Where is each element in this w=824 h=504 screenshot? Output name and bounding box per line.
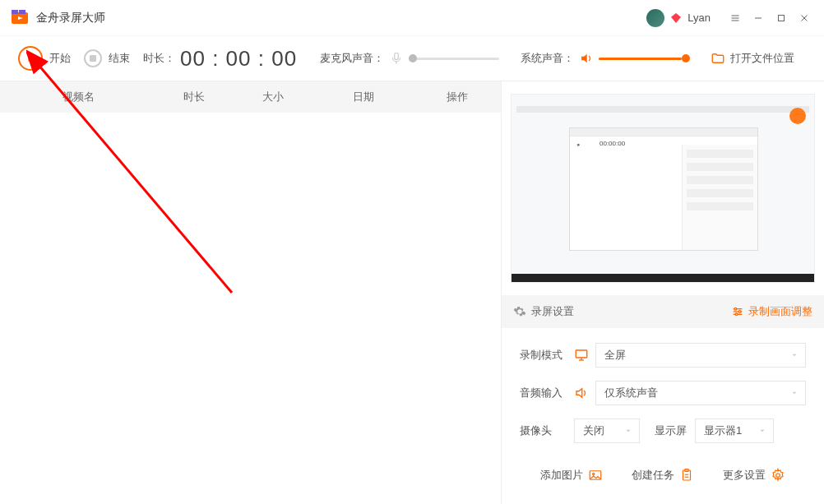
svg-rect-2: [19, 10, 25, 14]
svg-marker-26: [576, 389, 582, 398]
more-settings-label: 更多设置: [723, 468, 766, 483]
mode-label: 录制模式: [520, 348, 574, 363]
create-task-button[interactable]: 创建任务: [632, 468, 694, 483]
settings-title: 录屏设置: [531, 304, 574, 319]
chevron-down-icon: [624, 427, 632, 435]
camera-select[interactable]: 关闭: [574, 418, 640, 443]
sliders-icon: [731, 305, 744, 318]
camera-value: 关闭: [583, 423, 604, 438]
chevron-down-icon: [790, 351, 799, 359]
settings-bar: 录屏设置 录制画面调整: [502, 295, 824, 328]
gear-icon: [513, 305, 526, 318]
th-size: 大小: [232, 90, 314, 104]
content-area: 视频名 时长 大小 日期 操作 ● 00:00:00: [0, 81, 824, 504]
monitor-value: 显示器1: [704, 423, 742, 438]
svg-point-31: [593, 473, 595, 474]
monitor-select[interactable]: 显示器1: [695, 418, 774, 443]
svg-marker-25: [793, 354, 797, 357]
minimize-button[interactable]: [747, 7, 770, 30]
bottom-actions: 添加图片 创建任务 更多设置: [520, 456, 806, 483]
clipboard-icon: [679, 468, 694, 483]
open-folder-link[interactable]: 打开文件位置: [730, 51, 794, 66]
adjust-recording-link[interactable]: 录制画面调整: [731, 304, 812, 319]
svg-marker-15: [581, 54, 587, 63]
svg-marker-29: [761, 430, 765, 432]
stop-label: 结束: [109, 51, 130, 66]
right-pane: ● 00:00:00 录屏设置: [502, 81, 824, 504]
svg-point-20: [738, 311, 741, 313]
svg-point-19: [734, 307, 737, 310]
gear-outline-icon: [771, 468, 785, 483]
username[interactable]: Lyan: [687, 12, 711, 24]
audio-select[interactable]: 仅系统声音: [595, 381, 806, 405]
play-icon: [25, 53, 35, 63]
avatar[interactable]: [646, 9, 664, 27]
monitor-icon: [574, 348, 589, 363]
th-duration: 时长: [156, 90, 232, 104]
timer-display: 00 : 00 : 00: [180, 46, 297, 72]
preview-thumbnail: ● 00:00:00: [511, 94, 815, 283]
stop-record-button[interactable]: [84, 49, 102, 67]
svg-rect-9: [779, 15, 785, 21]
folder-icon: [711, 51, 725, 66]
app-logo-icon: [10, 8, 30, 28]
mic-volume-slider[interactable]: [409, 58, 499, 60]
more-settings-button[interactable]: 更多设置: [723, 468, 785, 483]
close-button[interactable]: [793, 7, 816, 30]
toolbar: 开始 结束 时长： 00 : 00 : 00 麦克风声音： 系统声音： 打开文件…: [0, 36, 824, 81]
stop-icon: [90, 55, 96, 62]
svg-point-21: [735, 313, 738, 316]
speaker-icon: [579, 51, 594, 66]
duration-label: 时长：: [143, 51, 175, 66]
mic-label: 麦克风声音：: [320, 51, 384, 66]
create-task-label: 创建任务: [632, 468, 674, 483]
mode-select[interactable]: 全屏: [595, 343, 806, 368]
th-name: 视频名: [0, 90, 156, 104]
app-title: 金舟录屏大师: [36, 11, 105, 25]
svg-rect-22: [576, 350, 587, 358]
vip-badge-icon: [669, 12, 683, 25]
svg-marker-4: [671, 13, 681, 23]
menu-button[interactable]: [724, 7, 747, 30]
chevron-down-icon: [790, 389, 799, 397]
adjust-label: 录制画面调整: [748, 304, 812, 319]
maximize-button[interactable]: [770, 7, 793, 30]
svg-marker-28: [627, 430, 631, 432]
th-date: 日期: [314, 90, 413, 104]
th-ops: 操作: [413, 90, 501, 104]
video-list-pane: 视频名 时长 大小 日期 操作: [0, 81, 502, 504]
chevron-down-icon: [758, 427, 766, 435]
svg-marker-27: [793, 392, 797, 395]
add-image-button[interactable]: 添加图片: [540, 468, 603, 483]
image-icon: [588, 468, 603, 483]
mode-value: 全屏: [604, 348, 626, 363]
start-label: 开始: [49, 51, 71, 66]
monitor-label: 显示屏: [655, 423, 687, 438]
svg-marker-12: [29, 55, 35, 62]
svg-rect-1: [12, 10, 18, 14]
add-image-label: 添加图片: [540, 468, 583, 483]
svg-rect-13: [395, 53, 399, 59]
camera-label: 摄像头: [520, 423, 574, 438]
speaker-icon: [574, 386, 589, 400]
start-record-button[interactable]: [18, 46, 43, 71]
audio-input-label: 音频输入: [520, 386, 574, 400]
svg-point-36: [775, 474, 780, 478]
microphone-icon: [389, 51, 404, 66]
preview-area: ● 00:00:00: [502, 81, 824, 295]
settings-body: 录制模式 全屏 音频输入 仅系统声音: [502, 328, 824, 504]
table-body: [0, 113, 501, 504]
audio-value: 仅系统声音: [604, 386, 658, 400]
table-header: 视频名 时长 大小 日期 操作: [0, 81, 501, 113]
system-audio-label: 系统声音：: [521, 51, 574, 66]
system-volume-slider[interactable]: [599, 58, 689, 60]
title-bar: 金舟录屏大师 Lyan: [0, 0, 824, 36]
